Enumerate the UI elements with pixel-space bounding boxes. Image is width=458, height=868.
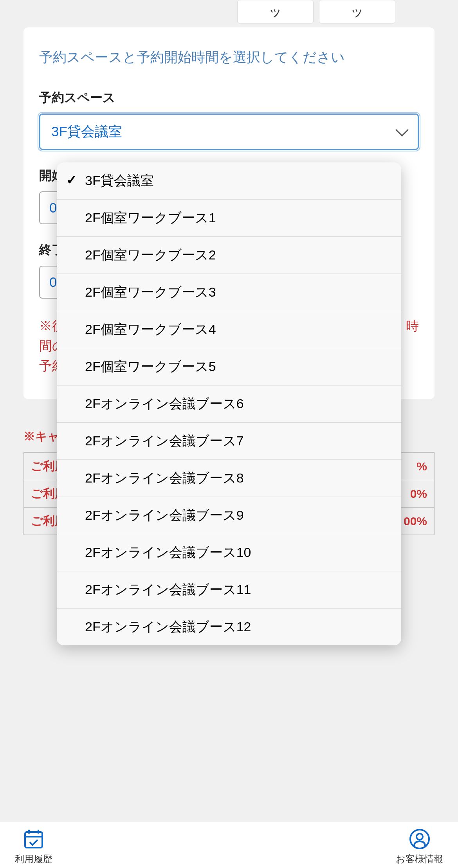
dropdown-option[interactable]: 2F個室ワークブース5 (57, 348, 401, 385)
calendar-check-icon (22, 827, 46, 851)
dropdown-option[interactable]: 2Fオンライン会議ブース6 (57, 385, 401, 423)
dropdown-option[interactable]: 2Fオンライン会議ブース12 (57, 609, 401, 645)
space-dropdown: 3F貸会議室2F個室ワークブース12F個室ワークブース22F個室ワークブース32… (57, 162, 401, 645)
space-label: 予約スペース (39, 89, 419, 106)
dropdown-option[interactable]: 2Fオンライン会議ブース11 (57, 571, 401, 609)
nav-history-label: 利用履歴 (15, 853, 52, 865)
dropdown-option[interactable]: 2F個室ワークブース1 (57, 200, 401, 237)
dropdown-option[interactable]: 2Fオンライン会議ブース9 (57, 497, 401, 534)
svg-point-5 (417, 834, 423, 840)
dropdown-option[interactable]: 2Fオンライン会議ブース10 (57, 534, 401, 571)
space-select[interactable]: 3F貸会議室 (39, 113, 419, 150)
dropdown-option[interactable]: 2F個室ワークブース4 (57, 311, 401, 348)
nav-history[interactable]: 利用履歴 (15, 827, 52, 868)
nav-customer-label: お客様情報 (396, 853, 443, 865)
dropdown-option[interactable]: 2Fオンライン会議ブース7 (57, 423, 401, 460)
nav-customer[interactable]: お客様情報 (396, 827, 443, 868)
top-button-1[interactable]: ッ (237, 0, 314, 23)
dropdown-option[interactable]: 3F貸会議室 (57, 162, 401, 200)
chevron-down-icon (395, 123, 409, 137)
svg-rect-0 (25, 832, 42, 848)
dropdown-option[interactable]: 2F個室ワークブース2 (57, 237, 401, 274)
user-circle-icon (408, 827, 432, 851)
instruction-text: 予約スペースと予約開始時間を選択してください (39, 47, 419, 68)
bottom-nav: 利用履歴 お客様情報 (0, 822, 458, 868)
dropdown-option[interactable]: 2F個室ワークブース3 (57, 274, 401, 311)
space-select-value: 3F貸会議室 (51, 122, 122, 141)
dropdown-option[interactable]: 2Fオンライン会議ブース8 (57, 460, 401, 497)
top-button-2[interactable]: ッ (319, 0, 395, 23)
